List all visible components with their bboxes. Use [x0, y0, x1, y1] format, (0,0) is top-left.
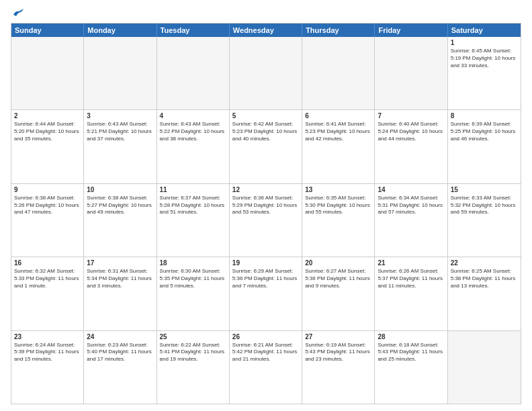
day-info: Sunrise: 6:42 AM Sunset: 5:23 PM Dayligh… — [232, 121, 299, 142]
day-number: 15 — [451, 186, 518, 193]
calendar-cell-0-5 — [375, 37, 447, 109]
calendar-cell-2-1: 10Sunrise: 6:38 AM Sunset: 5:27 PM Dayli… — [84, 184, 157, 257]
day-info: Sunrise: 6:45 AM Sunset: 5:19 PM Dayligh… — [451, 48, 518, 69]
day-number: 27 — [305, 333, 371, 340]
calendar-header: SundayMondayTuesdayWednesdayThursdayFrid… — [11, 24, 521, 37]
day-number: 9 — [14, 186, 81, 193]
day-number: 18 — [160, 259, 226, 267]
day-info: Sunrise: 6:32 AM Sunset: 5:33 PM Dayligh… — [14, 268, 81, 289]
day-info: Sunrise: 6:41 AM Sunset: 5:23 PM Dayligh… — [305, 121, 371, 142]
day-number: 2 — [14, 112, 81, 120]
day-info: Sunrise: 6:31 AM Sunset: 5:34 PM Dayligh… — [87, 268, 153, 289]
calendar-header-monday: Monday — [84, 24, 157, 37]
calendar-cell-3-3: 19Sunrise: 6:29 AM Sunset: 5:36 PM Dayli… — [230, 257, 302, 330]
calendar-cell-4-6 — [448, 331, 521, 404]
day-number: 20 — [305, 259, 371, 267]
calendar-cell-3-4: 20Sunrise: 6:27 AM Sunset: 5:36 PM Dayli… — [302, 257, 375, 330]
calendar-cell-1-4: 6Sunrise: 6:41 AM Sunset: 5:23 PM Daylig… — [302, 110, 375, 183]
day-number: 19 — [232, 259, 299, 267]
day-info: Sunrise: 6:27 AM Sunset: 5:36 PM Dayligh… — [305, 268, 371, 289]
day-info: Sunrise: 6:25 AM Sunset: 5:38 PM Dayligh… — [451, 268, 518, 289]
calendar-cell-1-0: 2Sunrise: 6:44 AM Sunset: 5:20 PM Daylig… — [11, 110, 84, 183]
calendar-header-tuesday: Tuesday — [157, 24, 230, 37]
day-info: Sunrise: 6:40 AM Sunset: 5:24 PM Dayligh… — [378, 121, 444, 142]
day-info: Sunrise: 6:43 AM Sunset: 5:22 PM Dayligh… — [160, 121, 226, 142]
day-info: Sunrise: 6:26 AM Sunset: 5:37 PM Dayligh… — [378, 268, 444, 289]
calendar-cell-1-6: 8Sunrise: 6:39 AM Sunset: 5:25 PM Daylig… — [448, 110, 521, 183]
calendar-cell-0-1 — [84, 37, 157, 109]
day-number: 4 — [160, 112, 226, 120]
day-info: Sunrise: 6:37 AM Sunset: 5:28 PM Dayligh… — [160, 195, 226, 216]
day-number: 3 — [87, 112, 153, 120]
day-info: Sunrise: 6:34 AM Sunset: 5:31 PM Dayligh… — [378, 195, 444, 216]
day-number: 24 — [87, 333, 153, 340]
calendar-cell-2-3: 12Sunrise: 6:36 AM Sunset: 5:29 PM Dayli… — [230, 184, 302, 257]
day-number: 12 — [232, 186, 299, 193]
calendar-cell-0-2 — [157, 37, 230, 109]
calendar-cell-1-5: 7Sunrise: 6:40 AM Sunset: 5:24 PM Daylig… — [375, 110, 447, 183]
calendar-header-saturday: Saturday — [448, 24, 521, 37]
day-number: 17 — [87, 259, 153, 267]
day-info: Sunrise: 6:38 AM Sunset: 5:27 PM Dayligh… — [87, 195, 153, 216]
day-info: Sunrise: 6:35 AM Sunset: 5:30 PM Dayligh… — [305, 195, 371, 216]
day-info: Sunrise: 6:18 AM Sunset: 5:43 PM Dayligh… — [378, 342, 444, 363]
calendar-cell-0-3 — [230, 37, 302, 109]
calendar: SundayMondayTuesdayWednesdayThursdayFrid… — [11, 23, 521, 404]
logo-bird-icon — [12, 8, 24, 17]
calendar-row-1: 2Sunrise: 6:44 AM Sunset: 5:20 PM Daylig… — [11, 110, 521, 183]
calendar-row-4: 23Sunrise: 6:24 AM Sunset: 5:39 PM Dayli… — [11, 331, 521, 404]
calendar-body: 1Sunrise: 6:45 AM Sunset: 5:19 PM Daylig… — [11, 37, 521, 404]
calendar-header-sunday: Sunday — [11, 24, 84, 37]
day-info: Sunrise: 6:30 AM Sunset: 5:35 PM Dayligh… — [160, 268, 226, 289]
day-info: Sunrise: 6:24 AM Sunset: 5:39 PM Dayligh… — [14, 342, 81, 363]
calendar-cell-0-0 — [11, 37, 84, 109]
day-info: Sunrise: 6:39 AM Sunset: 5:25 PM Dayligh… — [451, 121, 518, 142]
day-info: Sunrise: 6:19 AM Sunset: 5:43 PM Dayligh… — [305, 342, 371, 363]
day-number: 6 — [305, 112, 371, 120]
day-number: 16 — [14, 259, 81, 267]
calendar-cell-4-1: 24Sunrise: 6:23 AM Sunset: 5:40 PM Dayli… — [84, 331, 157, 404]
day-number: 13 — [305, 186, 371, 193]
day-number: 25 — [160, 333, 226, 340]
day-number: 10 — [87, 186, 153, 193]
day-number: 7 — [378, 112, 444, 120]
day-info: Sunrise: 6:38 AM Sunset: 5:26 PM Dayligh… — [14, 195, 81, 216]
day-number: 23 — [14, 333, 81, 340]
day-info: Sunrise: 6:44 AM Sunset: 5:20 PM Dayligh… — [14, 121, 81, 142]
calendar-cell-2-4: 13Sunrise: 6:35 AM Sunset: 5:30 PM Dayli… — [302, 184, 375, 257]
logo — [11, 8, 24, 17]
calendar-cell-3-5: 21Sunrise: 6:26 AM Sunset: 5:37 PM Dayli… — [375, 257, 447, 330]
calendar-cell-3-6: 22Sunrise: 6:25 AM Sunset: 5:38 PM Dayli… — [448, 257, 521, 330]
calendar-row-2: 9Sunrise: 6:38 AM Sunset: 5:26 PM Daylig… — [11, 184, 521, 257]
calendar-cell-4-3: 26Sunrise: 6:21 AM Sunset: 5:42 PM Dayli… — [230, 331, 302, 404]
calendar-cell-3-1: 17Sunrise: 6:31 AM Sunset: 5:34 PM Dayli… — [84, 257, 157, 330]
calendar-cell-3-2: 18Sunrise: 6:30 AM Sunset: 5:35 PM Dayli… — [157, 257, 230, 330]
day-number: 22 — [451, 259, 518, 267]
header — [11, 8, 521, 17]
day-number: 11 — [160, 186, 226, 193]
day-number: 5 — [232, 112, 299, 120]
page: SundayMondayTuesdayWednesdayThursdayFrid… — [0, 0, 532, 411]
calendar-row-0: 1Sunrise: 6:45 AM Sunset: 5:19 PM Daylig… — [11, 37, 521, 110]
calendar-header-wednesday: Wednesday — [230, 24, 302, 37]
calendar-cell-2-6: 15Sunrise: 6:33 AM Sunset: 5:32 PM Dayli… — [448, 184, 521, 257]
day-info: Sunrise: 6:29 AM Sunset: 5:36 PM Dayligh… — [232, 268, 299, 289]
calendar-cell-2-5: 14Sunrise: 6:34 AM Sunset: 5:31 PM Dayli… — [375, 184, 447, 257]
day-number: 26 — [232, 333, 299, 340]
day-info: Sunrise: 6:33 AM Sunset: 5:32 PM Dayligh… — [451, 195, 518, 216]
calendar-cell-2-2: 11Sunrise: 6:37 AM Sunset: 5:28 PM Dayli… — [157, 184, 230, 257]
day-number: 14 — [378, 186, 444, 193]
calendar-cell-1-1: 3Sunrise: 6:43 AM Sunset: 5:21 PM Daylig… — [84, 110, 157, 183]
day-info: Sunrise: 6:21 AM Sunset: 5:42 PM Dayligh… — [232, 342, 299, 363]
day-number: 21 — [378, 259, 444, 267]
calendar-cell-4-4: 27Sunrise: 6:19 AM Sunset: 5:43 PM Dayli… — [302, 331, 375, 404]
calendar-cell-4-5: 28Sunrise: 6:18 AM Sunset: 5:43 PM Dayli… — [375, 331, 447, 404]
day-info: Sunrise: 6:22 AM Sunset: 5:41 PM Dayligh… — [160, 342, 226, 363]
calendar-cell-3-0: 16Sunrise: 6:32 AM Sunset: 5:33 PM Dayli… — [11, 257, 84, 330]
day-info: Sunrise: 6:23 AM Sunset: 5:40 PM Dayligh… — [87, 342, 153, 363]
calendar-cell-0-6: 1Sunrise: 6:45 AM Sunset: 5:19 PM Daylig… — [448, 37, 521, 109]
calendar-header-friday: Friday — [375, 24, 447, 37]
day-info: Sunrise: 6:36 AM Sunset: 5:29 PM Dayligh… — [232, 195, 299, 216]
day-info: Sunrise: 6:43 AM Sunset: 5:21 PM Dayligh… — [87, 121, 153, 142]
calendar-cell-1-2: 4Sunrise: 6:43 AM Sunset: 5:22 PM Daylig… — [157, 110, 230, 183]
